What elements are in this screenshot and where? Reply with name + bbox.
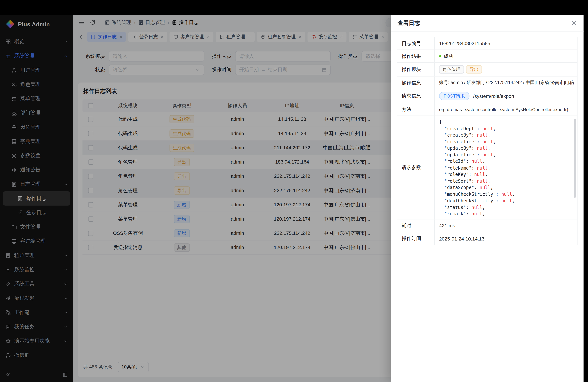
log-id-label: 日志编号 — [397, 37, 435, 49]
view-log-drawer: 查看日志 日志编号 1882612840802115585 操作结果 成功 操作… — [391, 15, 583, 382]
time-value: 2025-01-24 10:14:13 — [435, 232, 577, 245]
post-method-tag: POST请求 — [439, 92, 469, 100]
success-dot-icon — [439, 55, 441, 57]
module-label: 操作模块 — [397, 63, 435, 76]
request-label: 请求信息 — [397, 89, 435, 103]
screen: Plus Admin 概览系统管理用户管理角色管理菜单管理部门管理岗位管理字典管… — [0, 0, 588, 382]
params-value: {"createDept": null,"createBy": null,"cr… — [435, 116, 577, 219]
result-label: 操作结果 — [397, 50, 435, 62]
request-value: POST请求 /system/role/export — [435, 89, 577, 103]
log-detail-table: 日志编号 1882612840802115585 操作结果 成功 操作模块 角色… — [397, 37, 578, 245]
drawer-body: 日志编号 1882612840802115585 操作结果 成功 操作模块 角色… — [391, 32, 583, 251]
drawer-header: 查看日志 — [391, 15, 583, 32]
params-label: 请求参数 — [397, 116, 435, 219]
result-value: 成功 — [435, 50, 577, 62]
info-label: 操作信息 — [397, 76, 435, 89]
duration-value: 421 ms — [435, 219, 577, 232]
time-label: 操作时间 — [397, 232, 435, 245]
module-tag: 角色管理 — [439, 65, 464, 74]
module-tag: 导出 — [466, 65, 482, 74]
info-value: 账号: admin / 研发部门 / 222.175.114.242 / 中国|… — [435, 76, 577, 89]
method-value: org.dromara.system.controller.system.Sys… — [435, 103, 577, 116]
params-json-code: {"createDept": null,"createBy": null,"cr… — [439, 119, 515, 217]
drawer-title: 查看日志 — [398, 20, 420, 27]
code-scrollbar[interactable] — [574, 118, 576, 217]
request-url: /system/role/export — [473, 93, 514, 99]
drawer-close-icon[interactable] — [571, 20, 577, 26]
log-id-value: 1882612840802115585 — [435, 37, 577, 49]
method-label: 方法 — [397, 103, 435, 116]
scrollbar-thumb[interactable] — [574, 119, 576, 198]
duration-label: 耗时 — [397, 219, 435, 232]
module-tags: 角色管理导出 — [435, 63, 577, 76]
